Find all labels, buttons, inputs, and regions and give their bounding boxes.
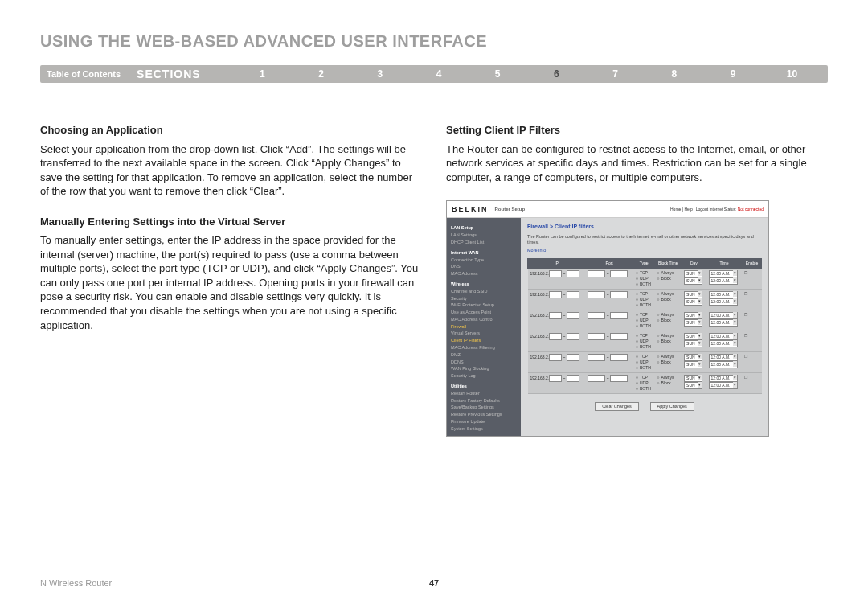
sidebar-item[interactable]: MAC Address Control — [451, 316, 517, 323]
router-main: Firewall > Client IP filters The Router … — [521, 218, 768, 435]
sidebar-item[interactable]: Use as Access Point — [451, 309, 517, 316]
sidebar-item[interactable]: Restore Factory Defaults — [451, 397, 517, 405]
table-header: Enable — [742, 259, 761, 269]
para-choosing-app: Select your application from the drop-do… — [40, 142, 422, 199]
sidebar-item[interactable]: Internet WAN — [451, 249, 517, 257]
sidebar-item[interactable]: Restart Router — [451, 390, 517, 397]
filter-note: The Router can be configured to restrict… — [527, 234, 762, 246]
breadcrumb: Firewall > Client IP filters — [527, 223, 762, 230]
footer-product: N Wireless Router — [40, 578, 112, 588]
left-column: Choosing an Application Select your appl… — [40, 123, 422, 437]
sidebar-item[interactable]: DMZ — [451, 351, 517, 359]
nav-1[interactable]: 1 — [233, 68, 292, 80]
sidebar-item[interactable]: Connection Type — [451, 257, 517, 264]
header-links-text: Home | Help | Logout Internet Status: — [670, 207, 736, 212]
page-footer: N Wireless Router 47 N Wireless Router — [40, 578, 828, 588]
table-row: 192.168.2. ~ ~ ○TCP○UDP○BOTH○Always○Bloc… — [528, 331, 762, 351]
nav-9[interactable]: 9 — [704, 68, 763, 80]
clear-changes-button[interactable]: Clear Changes — [595, 402, 639, 411]
table-header: Time — [706, 259, 743, 269]
nav-5[interactable]: 5 — [469, 68, 527, 80]
sidebar-item[interactable]: LAN Settings — [451, 232, 517, 239]
sidebar-item[interactable]: WAN Ping Blocking — [451, 365, 517, 372]
table-row: 192.168.2. ~ ~ ○TCP○UDP○BOTH○Always○Bloc… — [528, 268, 762, 289]
sidebar-item[interactable]: MAC Address — [451, 270, 517, 277]
nav-10[interactable]: 10 — [763, 68, 821, 80]
nav-6[interactable]: 6 — [527, 68, 586, 80]
sidebar-item[interactable]: Utilities — [451, 383, 517, 390]
right-column: Setting Client IP Filters The Router can… — [446, 123, 828, 437]
sidebar-item[interactable]: Firmware Update — [451, 418, 517, 425]
table-header: Port — [585, 259, 633, 269]
table-row: 192.168.2. ~ ~ ○TCP○UDP○BOTH○Always○Bloc… — [528, 372, 762, 393]
heading-manual-virtual-server: Manually Entering Settings into the Virt… — [40, 215, 422, 229]
table-header: Day — [682, 259, 706, 269]
router-sidebar: LAN SetupLAN SettingsDHCP Client ListInt… — [447, 218, 521, 435]
sidebar-item[interactable]: Save/Backup Settings — [451, 404, 517, 411]
sidebar-item[interactable]: Restore Previous Settings — [451, 411, 517, 418]
header-links: Home | Help | Logout Internet Status: No… — [670, 207, 764, 212]
internet-status: Not connected — [738, 207, 764, 212]
nav-2[interactable]: 2 — [292, 68, 350, 80]
filter-table: IPPortTypeBlock TimeDayTimeEnable 192.16… — [527, 258, 762, 394]
belkin-logo: BELKIN — [452, 204, 489, 214]
heading-choosing-app: Choosing an Application — [40, 123, 422, 138]
sidebar-item[interactable]: Wireless — [451, 281, 517, 288]
table-header: Block Time — [655, 259, 682, 269]
router-screenshot: BELKIN Router Setup Home | Help | Logout… — [446, 200, 769, 436]
nav-7[interactable]: 7 — [586, 68, 645, 80]
sidebar-item[interactable]: Security — [451, 295, 517, 302]
sidebar-item[interactable]: Wi-Fi Protected Setup — [451, 302, 517, 309]
sidebar-item[interactable]: DNS — [451, 263, 517, 270]
sidebar-item[interactable]: MAC Address Filtering — [451, 344, 517, 351]
nav-toc[interactable]: Table of Contents — [47, 69, 137, 79]
router-setup-label: Router Setup — [495, 206, 526, 212]
table-header: Type — [633, 259, 655, 269]
para-client-ip-filters: The Router can be configured to restrict… — [446, 142, 828, 185]
sidebar-item[interactable]: LAN Setup — [451, 224, 517, 232]
table-header: IP — [528, 259, 586, 269]
sidebar-item[interactable]: DHCP Client List — [451, 239, 517, 246]
nav-sections-label: SECTIONS — [137, 68, 233, 80]
table-row: 192.168.2. ~ ~ ○TCP○UDP○BOTH○Always○Bloc… — [528, 310, 762, 331]
sidebar-item[interactable]: Client IP Filters — [451, 337, 517, 344]
apply-changes-button[interactable]: Apply Changes — [650, 402, 694, 411]
sidebar-item[interactable]: Security Log — [451, 372, 517, 380]
heading-client-ip-filters: Setting Client IP Filters — [446, 123, 828, 138]
sidebar-item[interactable]: Channel and SSID — [451, 288, 517, 295]
para-manual-virtual-server: To manually enter settings, enter the IP… — [40, 233, 422, 332]
sidebar-item[interactable]: System Settings — [451, 425, 517, 433]
section-nav: Table of Contents SECTIONS 1 2 3 4 5 6 7… — [40, 65, 828, 83]
sidebar-item[interactable]: Virtual Servers — [451, 330, 517, 337]
nav-8[interactable]: 8 — [645, 68, 703, 80]
nav-3[interactable]: 3 — [350, 68, 409, 80]
page-number: 47 — [429, 578, 439, 588]
nav-4[interactable]: 4 — [409, 68, 468, 80]
page-title: USING THE WEB-BASED ADVANCED USER INTERF… — [40, 32, 828, 51]
table-row: 192.168.2. ~ ~ ○TCP○UDP○BOTH○Always○Bloc… — [528, 289, 762, 310]
sidebar-item[interactable]: Firewall — [451, 323, 517, 331]
table-row: 192.168.2. ~ ~ ○TCP○UDP○BOTH○Always○Bloc… — [528, 351, 762, 372]
sidebar-item[interactable]: DDNS — [451, 359, 517, 366]
more-info-link[interactable]: More Info — [527, 248, 762, 253]
